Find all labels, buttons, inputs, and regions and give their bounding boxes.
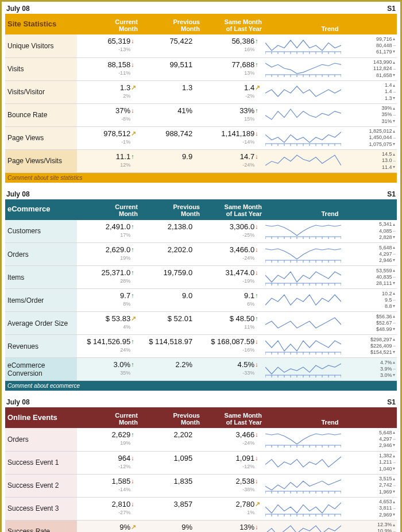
current-pct: 17% [78,232,130,238]
trend-mid: $52.67 [348,320,392,326]
trend-low: 3.0% [348,372,392,379]
previous-value-cell: 41% [139,103,192,126]
current-pct: 8% [78,301,130,307]
trend-low: 81,658 [348,72,392,79]
current-value: 37% [78,106,130,114]
col-previous: PreviousMonth [139,199,201,220]
trend-mid: 35% [348,111,392,118]
last-year-pct: -24% [202,162,254,168]
current-value-cell: 65,319-13% [77,34,130,57]
current-pct: -12% [78,464,130,469]
current-value-cell: 2,491.017% [77,220,130,243]
previous-value-cell: 1,095 [139,451,192,474]
arrow-down-icon: ↓ [255,361,261,367]
trend-low: 2,828 [348,234,392,241]
last-year-pct: -12% [202,464,254,469]
section-title: Online Events [5,407,77,428]
current-pct: -1% [78,139,130,145]
last-year-value: 1.4 [202,83,254,91]
previous-value: 2,202 [140,430,192,438]
metric-row: Orders2,62919%↑2,2023,466-24%↓5,6484,297… [5,428,397,451]
last-year-pct: -38% [202,487,254,492]
previous-value-cell: 2,202 [139,428,192,451]
trend-high: 5,648 [348,245,392,251]
last-year-value-cell: 77,68813% [201,57,254,80]
previous-value-cell: 2,202.0 [139,243,192,266]
trend-range: 4.7%3.9%3.0% [348,358,392,381]
current-value-cell: 1.32% [77,80,130,103]
trend-high: 1.4 [348,82,392,88]
last-year-value-cell: 2,7801% [201,497,254,520]
sparkline-chart [265,223,341,239]
trend-high: 99,716 [348,36,392,43]
metric-row: Page Views978,512-1%↗988,7421,141,189-14… [5,126,397,149]
metric-row: Revenues$ 141,526.9524%↑$ 114,518.97$ 16… [5,335,397,358]
trend-low: 31% [348,118,392,125]
arrow-up-icon: ↑ [131,338,137,344]
sparkline-chart [265,246,341,263]
arrow-down-icon: ↓ [131,455,137,461]
trend-mid: 4,297 [348,436,392,442]
metric-label: Orders [5,243,77,266]
section-title: Site Statistics [5,14,77,34]
arrow-down-icon: ↓ [255,431,261,437]
trend-low: 2,946 [348,442,392,449]
metric-row: Items/Order9.78%↑9.09.16%↑10.29.58.8▴–▾ [5,289,397,312]
current-value: 1.3 [78,83,130,91]
trend-range: 99,71680,44861,179 [348,34,392,57]
current-value-cell: 9%0% [77,520,130,532]
arrow-flat-icon: ↗ [255,501,261,507]
current-value-cell: 978,512-1% [77,126,130,149]
trend-range: 1,3821,2111,040 [348,451,392,474]
current-value: 25,371.0 [78,268,130,276]
previous-value: $ 52.01 [140,314,192,322]
last-year-value-cell: 1.4-2% [201,80,254,103]
col-trend: Trend [263,14,397,34]
previous-value-cell: 9.0 [139,289,192,312]
metric-label: Success Rate [5,520,77,532]
trend-low: 1,969 [348,489,392,495]
trend-mid: 2,742 [348,482,392,488]
previous-value-cell: 2,138.0 [139,220,192,243]
previous-value-cell: 988,742 [139,126,192,149]
sparkline-chart [265,292,341,309]
previous-value-cell: 19,759.0 [139,266,192,289]
current-value-cell: 1,585-14% [77,474,130,497]
last-year-value: 4.5% [202,360,254,368]
current-pct: -14% [78,487,130,492]
current-value-cell: 25,371.028% [77,266,130,289]
metric-row: Success Event 21,585-14%↓1,8352,538-38%↓… [5,474,397,497]
last-year-pct: -14% [202,139,254,145]
trend-mid: 40,835 [348,274,392,280]
metric-row: Visits/Visitor1.32%↗1.31.4-2%↗1.41.41.3▴… [5,80,397,103]
last-year-value: 13% [202,523,254,531]
arrow-down-icon: ↓ [131,61,137,67]
current-value: 9.7 [78,291,130,299]
trend-low: $154,521 [348,349,392,356]
sparkline-chart [265,431,341,448]
col-previous: PreviousMonth [139,407,201,428]
trend-range: $56.36$52.67$48.99 [348,312,392,335]
previous-value: $ 114,518.97 [140,337,192,345]
last-year-value: 2,780 [202,500,254,508]
last-year-value-cell: 1,091-12% [201,451,254,474]
previous-value-cell: 75,422 [139,34,192,57]
current-value-cell: 37%-8% [77,103,130,126]
last-year-value: 14.7 [202,152,254,160]
col-current: CurrentMonth [77,14,139,34]
current-pct: 28% [78,278,130,284]
last-year-value: 3,466.0 [202,245,254,253]
previous-value: 1.3 [140,83,192,91]
trend-high: 1,825,012 [348,128,392,134]
trend-low: 28,111 [348,280,392,287]
trend-low: 11.4 [348,164,392,171]
trend-low: 8.8 [348,303,392,310]
metric-row: Unique Visitors65,319-13%↓75,42256,38616… [5,34,397,57]
previous-value: 3,857 [140,500,192,508]
arrow-up-icon: ↑ [255,61,261,67]
metric-row: Customers2,491.017%↑2,138.03,306.0-25%↓5… [5,220,397,243]
last-year-value: 1,091 [202,454,254,462]
col-samelast: Same Monthof Last Year [201,14,263,34]
col-trend: Trend [263,199,397,220]
metric-label: Page Views/Visits [5,149,77,172]
